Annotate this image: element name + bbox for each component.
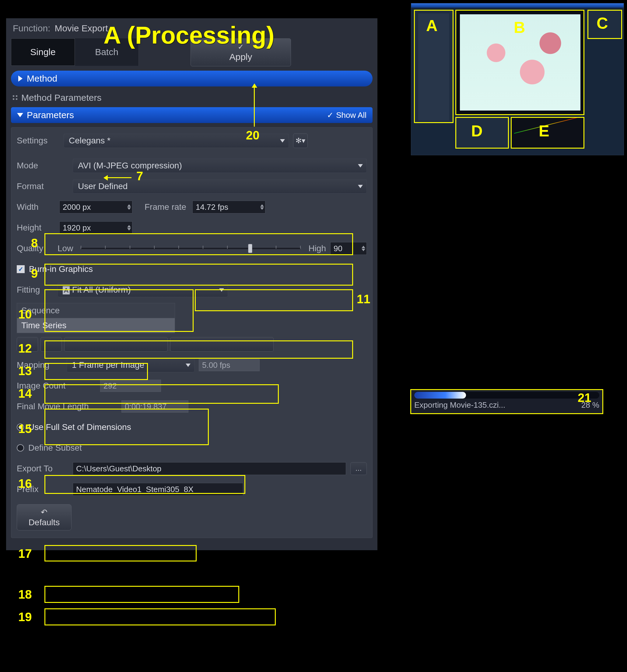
- ann-18: 18: [18, 587, 32, 601]
- ann-11: 11: [357, 292, 370, 306]
- settings-gear-button[interactable]: ✻▾: [293, 134, 308, 148]
- prefix-field[interactable]: Nematode_Video1_Stemi305_8X: [73, 483, 243, 496]
- export-to-label: Export To: [17, 464, 69, 474]
- mode-row: Mode AVI (M-JPEG compression): [17, 158, 367, 173]
- grip-icon: [13, 95, 18, 100]
- image-count-value: 292: [103, 381, 117, 391]
- format-dropdown[interactable]: User Defined: [73, 179, 367, 194]
- final-length-label: Final Movie Length: [17, 402, 117, 411]
- ann-17: 17: [18, 547, 32, 560]
- seq-btn-4[interactable]: [170, 337, 274, 352]
- final-length-row: Final Movie Length 0:00:19.837: [17, 399, 367, 414]
- progress-bar: [414, 392, 599, 399]
- ov-A: A: [426, 17, 438, 35]
- ov-B: B: [514, 18, 525, 37]
- chevron-down-icon: [358, 185, 363, 188]
- tab-single[interactable]: Single: [11, 38, 75, 66]
- ann-14: 14: [18, 387, 32, 401]
- mapping-row: Mapping 1 Frame per Image 5.00 fps: [17, 358, 367, 373]
- processing-panel: Function: Movie Export Single Batch ✓ Ap…: [6, 18, 377, 550]
- final-length-value: 0:00:19.837: [125, 402, 167, 411]
- quality-input[interactable]: 90: [330, 242, 367, 255]
- ann-19: 19: [18, 610, 32, 624]
- format-value: User Defined: [78, 182, 128, 191]
- settings-value: Celegans *: [69, 136, 110, 146]
- ov-D: D: [471, 122, 483, 140]
- ov-E: E: [539, 122, 549, 140]
- prefix-row: Prefix Nematode_Video1_Stemi305_8X: [17, 482, 367, 497]
- ellipsis-icon: …: [355, 465, 362, 473]
- width-value: 2000 px: [63, 202, 91, 212]
- height-input[interactable]: 1920 px: [59, 221, 132, 234]
- annotation-title: A (Processing): [103, 21, 275, 49]
- browse-button[interactable]: …: [350, 462, 367, 475]
- seq-btn-2[interactable]: [41, 337, 62, 352]
- sequence-buttons: [17, 337, 367, 352]
- width-label: Width: [17, 202, 53, 212]
- export-to-value: C:\Users\Guest\Desktop: [76, 464, 161, 474]
- defaults-button[interactable]: ↶ Defaults: [17, 504, 72, 530]
- ann-9: 9: [31, 267, 38, 281]
- sequence-item-timeseries[interactable]: Time Series: [17, 318, 175, 333]
- width-input[interactable]: 2000 px: [59, 201, 132, 213]
- quality-high: High: [308, 244, 326, 253]
- dims-full-row: Use Full Set of Dimensions: [17, 419, 367, 435]
- dims-subset-radio[interactable]: [17, 444, 24, 452]
- ov-C: C: [597, 14, 608, 32]
- parameters-body: Settings Celegans * ✻▾ Mode AVI (M-JPEG …: [11, 127, 373, 538]
- expand-right-icon: [18, 75, 23, 81]
- settings-label: Settings: [17, 136, 59, 146]
- slider-handle[interactable]: [248, 244, 252, 253]
- ann-12: 12: [18, 342, 32, 355]
- mapping-value: 1 Frame per Image: [72, 360, 144, 370]
- method-header[interactable]: Method: [11, 71, 373, 87]
- defaults-label: Defaults: [29, 518, 60, 527]
- framerate-input[interactable]: 14.72 fps: [192, 201, 266, 213]
- export-to-field[interactable]: C:\Users\Guest\Desktop: [73, 462, 346, 475]
- ann-20: 20: [246, 128, 260, 142]
- ann-15: 15: [18, 422, 32, 436]
- undo-icon: ↶: [41, 508, 48, 517]
- burnin-checkbox[interactable]: ✓: [17, 265, 25, 273]
- fitting-dropdown[interactable]: AFit All (Uniform): [57, 283, 228, 297]
- fitting-label: Fitting: [17, 285, 53, 295]
- gear-icon: ✻▾: [296, 137, 305, 145]
- ann-13: 13: [18, 364, 32, 378]
- check-icon: ✓: [327, 111, 333, 120]
- final-length-value-box: 0:00:19.837: [121, 401, 189, 413]
- method-parameters-label: Method Parameters: [21, 93, 101, 103]
- image-count-row: Image Count 292: [17, 378, 367, 393]
- height-value: 1920 px: [63, 223, 91, 233]
- prefix-value: Nematode_Video1_Stemi305_8X: [76, 485, 193, 494]
- dims-subset-label: Define Subset: [28, 443, 82, 453]
- quality-slider[interactable]: [80, 247, 301, 250]
- sequence-list[interactable]: Sequence Time Series: [17, 303, 175, 333]
- quality-value: 90: [333, 244, 343, 253]
- mapping-fps: 5.00 fps: [202, 361, 230, 370]
- mapping-dropdown[interactable]: 1 Frame per Image: [67, 358, 195, 373]
- settings-row: Settings Celegans * ✻▾: [17, 133, 367, 148]
- function-label: Function:: [13, 23, 50, 33]
- framerate-value: 14.72 fps: [196, 202, 228, 212]
- dims-full-label: Use Full Set of Dimensions: [28, 422, 131, 432]
- fitting-row: Fitting AFit All (Uniform): [17, 282, 367, 297]
- chevron-down-icon: [358, 164, 363, 167]
- width-framerate-row: Width 2000 px Frame rate 14.72 fps: [17, 199, 367, 215]
- showall-toggle[interactable]: ✓ Show All: [327, 111, 367, 120]
- chevron-down-icon: [280, 139, 285, 143]
- progress-fill: [414, 392, 466, 399]
- mode-dropdown[interactable]: AVI (M-JPEG compression): [73, 158, 367, 173]
- method-label: Method: [27, 73, 57, 84]
- sequence-row: Sequence Time Series: [17, 303, 367, 333]
- mode-value: AVI (M-JPEG compression): [78, 161, 182, 170]
- ann-7: 7: [136, 169, 143, 183]
- export-to-row: Export To C:\Users\Guest\Desktop …: [17, 461, 367, 476]
- mapping-fps-readonly: 5.00 fps: [199, 359, 260, 371]
- quality-row: Quality Low High 90: [17, 241, 367, 256]
- sequence-header: Sequence: [17, 303, 175, 318]
- parameters-header[interactable]: Parameters ✓ Show All: [11, 107, 373, 123]
- parameters-label: Parameters: [27, 110, 74, 120]
- mode-label: Mode: [17, 161, 69, 170]
- seq-btn-3[interactable]: [64, 337, 168, 352]
- height-row: Height 1920 px: [17, 220, 367, 235]
